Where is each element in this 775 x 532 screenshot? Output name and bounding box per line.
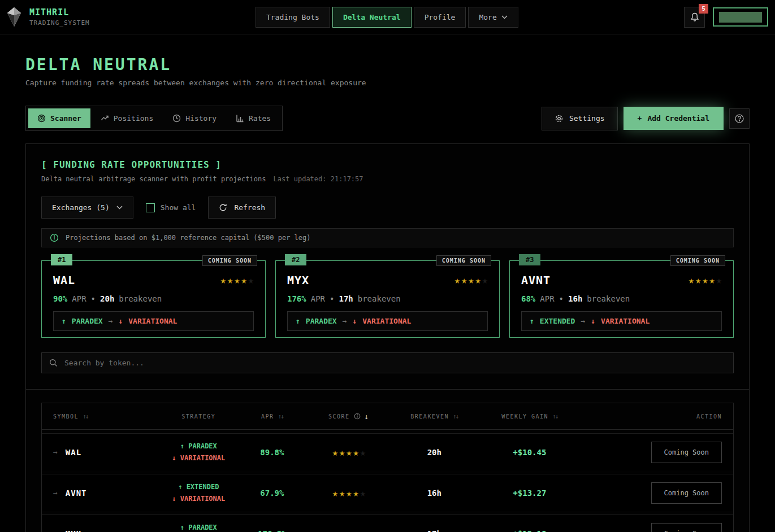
- long-arrow-icon: ↑: [62, 317, 66, 325]
- coming-soon-button[interactable]: Coming Soon: [651, 482, 722, 504]
- refresh-icon: [219, 203, 227, 212]
- col-score[interactable]: SCORE ↓: [301, 412, 398, 421]
- opportunity-card-avnt[interactable]: #3 COMING SOON AVNT ★★★★★ 68% APR • 16h …: [509, 260, 734, 338]
- opportunity-card-myx[interactable]: #2 COMING SOON MYX ★★★★★ 176% APR • 17h …: [275, 260, 500, 338]
- view-tabs: Scanner Positions History: [25, 106, 283, 131]
- info-circle-icon: [354, 413, 361, 420]
- tab-positions[interactable]: Positions: [92, 108, 162, 128]
- score-stars: ★★★★★: [454, 274, 488, 286]
- rank-badge: #1: [51, 254, 72, 265]
- coming-soon-button[interactable]: Coming Soon: [651, 523, 722, 532]
- col-strategy: STRATEGY: [153, 413, 244, 420]
- search-input[interactable]: [64, 359, 726, 367]
- row-arrow-icon: →: [53, 529, 58, 532]
- dot-icon: •: [91, 294, 96, 303]
- sort-icon[interactable]: ↑↓: [83, 413, 88, 420]
- chevron-down-icon: [116, 206, 123, 210]
- row-weekly-gain: +$10.45: [471, 448, 588, 457]
- settings-button[interactable]: Settings: [542, 107, 618, 130]
- short-arrow-icon: ↓: [118, 317, 123, 325]
- opportunity-cards: #1 COMING SOON WAL ★★★★★ 90% APR • 20h b…: [41, 260, 734, 338]
- row-breakeven: 16h: [397, 489, 471, 498]
- coming-soon-badge: COMING SOON: [670, 255, 725, 266]
- target-icon: [37, 114, 46, 123]
- help-button[interactable]: [729, 108, 750, 129]
- exchanges-dropdown[interactable]: Exchanges (5): [41, 197, 133, 219]
- row-arrow-icon: →: [53, 448, 58, 456]
- row-breakeven: 20h: [397, 448, 471, 457]
- page-title: DELTA NEUTRAL: [25, 55, 750, 74]
- score-stars: ★★★★★: [220, 274, 254, 286]
- section-subtitle: Delta neutral arbitrage scanner with pro…: [41, 175, 734, 183]
- row-score-stars: ★★★★★: [332, 528, 366, 532]
- card-symbol: WAL: [53, 273, 75, 287]
- flow-arrow-icon: →: [343, 317, 347, 325]
- brand: MITHRIL TRADING_SYSTEM: [6, 6, 90, 28]
- show-all-toggle[interactable]: Show all: [146, 203, 196, 212]
- dot-icon: •: [559, 294, 564, 303]
- sort-icon[interactable]: ↑↓: [552, 413, 557, 420]
- strategy-box: ↑ PARADEX → ↓ VARIATIONAL: [53, 311, 254, 331]
- short-arrow-icon: ↓: [352, 317, 357, 325]
- sort-icon[interactable]: ↑↓: [453, 413, 458, 420]
- card-stats: 90% APR • 20h breakeven: [53, 294, 254, 303]
- toolbar-actions: Settings + Add Credential: [542, 107, 750, 130]
- short-arrow-icon: ↓: [591, 317, 595, 325]
- table-row-avnt[interactable]: → AVNT ↑ EXTENDED ↓ VARIATIONAL 67.9% ★★…: [42, 474, 733, 511]
- add-credential-button[interactable]: + Add Credential: [624, 107, 724, 130]
- opportunity-card-wal[interactable]: #1 COMING SOON WAL ★★★★★ 90% APR • 20h b…: [41, 260, 266, 338]
- table-row-myx[interactable]: → MYX ↑ PARADEX ↓ VARIATIONAL 176.3% ★★★…: [42, 514, 733, 532]
- sort-icon[interactable]: ↑↓: [278, 413, 283, 420]
- col-apr[interactable]: APR ↑↓: [244, 413, 301, 420]
- short-exchange: VARIATIONAL: [128, 317, 177, 325]
- notifications-button[interactable]: 5: [684, 7, 705, 28]
- nav-profile[interactable]: Profile: [414, 7, 466, 28]
- card-stats: 68% APR • 16h breakeven: [521, 294, 722, 303]
- trend-up-icon: [101, 114, 109, 123]
- strategy-box: ↑ PARADEX → ↓ VARIATIONAL: [287, 311, 488, 331]
- short-exchange: VARIATIONAL: [362, 317, 411, 325]
- panel-divider: [26, 389, 749, 390]
- row-apr: 176.3%: [244, 529, 301, 532]
- tab-history[interactable]: History: [163, 108, 226, 128]
- info-banner-text: Projections based on $1,000 reference ca…: [66, 234, 310, 242]
- sort-desc-icon[interactable]: ↓: [365, 412, 370, 421]
- nav-delta-neutral[interactable]: Delta Neutral: [332, 7, 412, 28]
- card-stats: 176% APR • 17h breakeven: [287, 294, 488, 303]
- toolbar: Scanner Positions History: [25, 106, 750, 131]
- search-icon: [49, 359, 58, 367]
- col-weekly-gain[interactable]: WEEKLY GAIN ↑↓: [471, 413, 588, 420]
- row-weekly-gain: +$12.18: [471, 529, 588, 532]
- nav-trading-bots[interactable]: Trading Bots: [256, 7, 330, 28]
- col-breakeven[interactable]: BREAKEVEN ↑↓: [397, 413, 471, 420]
- col-action: ACTION: [588, 413, 722, 420]
- coming-soon-badge: COMING SOON: [202, 255, 257, 266]
- coming-soon-button[interactable]: Coming Soon: [651, 442, 722, 463]
- rank-badge: #3: [519, 254, 540, 265]
- row-strategy: ↑ PARADEX ↓ VARIATIONAL: [153, 441, 244, 464]
- table-header: SYMBOL ↑↓ STRATEGY APR ↑↓ SCORE ↓ B: [42, 403, 733, 430]
- dot-icon: •: [330, 294, 334, 303]
- score-stars: ★★★★★: [689, 274, 722, 286]
- gem-logo-icon: [6, 6, 23, 28]
- header-actions: 5: [684, 7, 768, 28]
- show-all-label: Show all: [161, 203, 196, 212]
- table-row-wal[interactable]: → WAL ↑ PARADEX ↓ VARIATIONAL 89.8% ★★★★…: [42, 433, 733, 470]
- refresh-button[interactable]: Refresh: [208, 197, 276, 219]
- col-symbol[interactable]: SYMBOL ↑↓: [53, 413, 153, 420]
- flow-arrow-icon: →: [581, 317, 585, 325]
- short-exchange: VARIATIONAL: [601, 317, 650, 325]
- tab-rates[interactable]: Rates: [227, 108, 280, 128]
- show-all-checkbox[interactable]: [146, 203, 155, 212]
- tab-scanner[interactable]: Scanner: [28, 108, 90, 128]
- brand-subtitle: TRADING_SYSTEM: [29, 19, 90, 27]
- last-updated: Last updated: 21:17:57: [274, 175, 363, 183]
- account-button[interactable]: [713, 7, 768, 27]
- long-arrow-icon: ↑: [530, 317, 534, 325]
- top-bar: MITHRIL TRADING_SYSTEM Trading Bots Delt…: [0, 0, 775, 34]
- bar-chart-icon: [236, 114, 244, 123]
- nav-more[interactable]: More: [468, 7, 518, 28]
- notification-count-badge: 5: [699, 4, 708, 14]
- opportunities-table: SYMBOL ↑↓ STRATEGY APR ↑↓ SCORE ↓ B: [41, 403, 734, 532]
- rank-badge: #2: [285, 254, 306, 265]
